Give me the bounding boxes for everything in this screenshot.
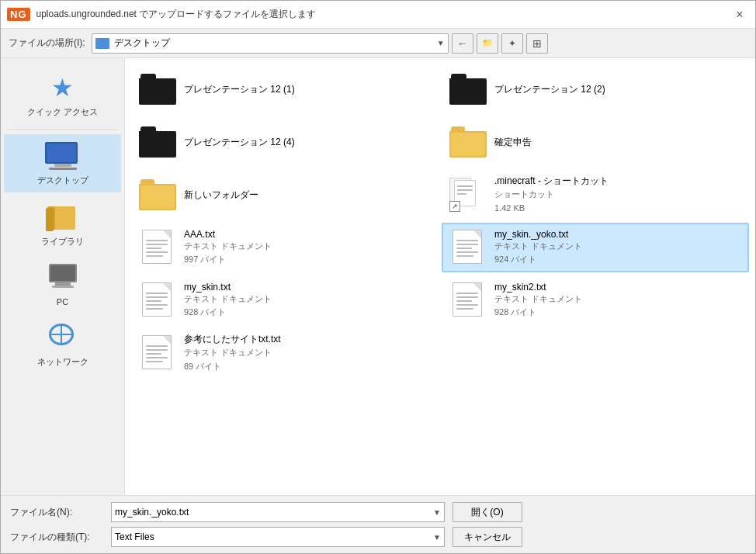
file-meta-11: テキスト ドキュメント 89 バイト: [184, 346, 432, 373]
file-info-4: 確定申告: [494, 136, 743, 149]
file-name-1: プレゼンテーション 12 (1): [184, 83, 432, 96]
file-info-9: my_skin.txt テキスト ドキュメント 928 バイト: [184, 282, 432, 320]
filename-value: my_skin._yoko.txt: [115, 507, 433, 518]
file-meta-10: テキスト ドキュメント 928 バイト: [494, 293, 743, 320]
file-name-10: my_skin2.txt: [494, 282, 743, 293]
sidebar-item-desktop[interactable]: デスクトップ: [4, 134, 121, 192]
views-icon: ⊞: [532, 37, 542, 50]
file-item-6[interactable]: ↗ .minecraft - ショートカット ショートカット 1.42 KB: [442, 170, 749, 220]
file-dialog: NG uploads.ungrounded.net でアップロードするファイルを…: [0, 0, 756, 554]
sidebar-item-quick-access-label: クイック アクセス: [27, 106, 98, 118]
file-name-11: 参考にしたサイトtxt.txt: [184, 333, 432, 346]
network-globe-shape: [49, 324, 74, 345]
file-icon-1: [137, 69, 178, 109]
file-icon-4: [448, 122, 488, 162]
dialog-title: uploads.ungrounded.net でアップロードするファイルを選択し…: [36, 8, 731, 21]
file-item-11[interactable]: 参考にしたサイトtxt.txt テキスト ドキュメント 89 バイト: [131, 328, 439, 378]
file-name-4: 確定申告: [494, 136, 743, 149]
sidebar-item-desktop-label: デスクトップ: [37, 175, 88, 186]
file-item-4[interactable]: 確定申告: [442, 117, 749, 167]
file-meta-6: ショートカット 1.42 KB: [494, 188, 743, 215]
file-icon-5: [137, 175, 178, 215]
file-name-5: 新しいフォルダー: [184, 189, 432, 202]
filetype-label: ファイルの種類(T):: [10, 531, 111, 544]
new-folder-button[interactable]: ✦: [501, 33, 523, 54]
filetype-row: ファイルの種類(T): Text Files ▼ キャンセル: [10, 527, 746, 547]
file-item-9[interactable]: my_skin.txt テキスト ドキュメント 928 バイト: [131, 275, 439, 325]
filename-input[interactable]: my_skin._yoko.txt ▼: [111, 502, 445, 522]
file-name-3: プレゼンテーション 12 (4): [184, 136, 432, 149]
file-icon-3: [137, 122, 178, 162]
library-icon: [44, 202, 81, 233]
location-combobox[interactable]: デスクトップ ▼: [92, 33, 449, 54]
file-info-2: プレゼンテーション 12 (2): [494, 83, 743, 96]
filetype-input[interactable]: Text Files ▼: [111, 527, 445, 547]
file-name-7: AAA.txt: [184, 229, 432, 240]
file-info-3: プレゼンテーション 12 (4): [184, 136, 432, 149]
location-value: デスクトップ: [114, 36, 434, 50]
sidebar-item-network-label: ネットワーク: [37, 356, 88, 368]
up-folder-button[interactable]: 📁: [477, 33, 498, 54]
file-info-10: my_skin2.txt テキスト ドキュメント 928 バイト: [494, 282, 743, 320]
file-info-7: AAA.txt テキスト ドキュメント 997 バイト: [184, 229, 432, 267]
open-button[interactable]: 開く(O): [453, 502, 522, 522]
file-icon-6: ↗: [448, 175, 488, 215]
filename-label: ファイル名(N):: [10, 506, 111, 519]
desktop-icon: [44, 140, 81, 171]
file-icon-10: [448, 280, 488, 320]
file-item-3[interactable]: プレゼンテーション 12 (4): [131, 117, 439, 167]
sidebar-divider-1: [7, 129, 118, 130]
file-item-8[interactable]: my_skin._yoko.txt テキスト ドキュメント 924 バイト: [442, 223, 749, 272]
sidebar-item-pc[interactable]: PC: [4, 257, 121, 313]
location-dropdown-arrow: ▼: [437, 39, 445, 47]
file-item-1[interactable]: プレゼンテーション 12 (1): [131, 64, 439, 114]
sidebar-item-pc-label: PC: [57, 297, 68, 306]
shortcut-arrow-icon: ↗: [449, 201, 460, 212]
file-name-8: my_skin._yoko.txt: [494, 229, 743, 240]
file-meta-9: テキスト ドキュメント 928 バイト: [184, 293, 432, 320]
file-item-10[interactable]: my_skin2.txt テキスト ドキュメント 928 バイト: [442, 275, 749, 325]
cancel-button[interactable]: キャンセル: [453, 527, 522, 547]
back-button[interactable]: ←: [452, 33, 473, 54]
sidebar-item-quick-access[interactable]: ★ クイック アクセス: [4, 66, 121, 124]
pc-icon: [44, 263, 81, 294]
toolbar: ファイルの場所(I): デスクトップ ▼ ← 📁 ✦ ⊞: [1, 29, 755, 58]
file-name-9: my_skin.txt: [184, 282, 432, 293]
file-meta-7: テキスト ドキュメント 997 バイト: [184, 240, 432, 267]
file-item-7[interactable]: AAA.txt テキスト ドキュメント 997 バイト: [131, 223, 439, 272]
file-name-6: .minecraft - ショートカット: [494, 175, 743, 188]
file-icon-2: [448, 69, 488, 109]
location-folder-icon: [95, 38, 109, 49]
filename-row: ファイル名(N): my_skin._yoko.txt ▼ 開く(O): [10, 502, 746, 522]
new-folder-icon: ✦: [508, 38, 516, 49]
quick-access-icon: ★: [44, 72, 81, 103]
sidebar-item-library-label: ライブラリ: [41, 236, 84, 248]
sidebar-item-library[interactable]: ライブラリ: [4, 196, 121, 254]
file-item-2[interactable]: プレゼンテーション 12 (2): [442, 64, 749, 114]
file-view: プレゼンテーション 12 (1) プレゼンテーション 12 (2): [125, 58, 755, 495]
back-icon: ←: [457, 37, 468, 50]
location-label: ファイルの場所(I):: [9, 36, 85, 50]
file-icon-9: [137, 280, 178, 320]
file-item-5[interactable]: 新しいフォルダー: [131, 170, 439, 220]
main-content: ★ クイック アクセス デスクトップ: [1, 58, 755, 495]
file-name-2: プレゼンテーション 12 (2): [494, 83, 743, 96]
close-button[interactable]: ×: [730, 5, 749, 24]
up-icon: 📁: [482, 38, 493, 48]
sidebar-item-network[interactable]: ネットワーク: [4, 316, 121, 374]
app-logo: NG: [7, 8, 30, 21]
views-button[interactable]: ⊞: [526, 33, 548, 54]
file-info-5: 新しいフォルダー: [184, 189, 432, 202]
filename-dropdown-arrow: ▼: [433, 508, 441, 517]
file-info-1: プレゼンテーション 12 (1): [184, 83, 432, 96]
file-info-11: 参考にしたサイトtxt.txt テキスト ドキュメント 89 バイト: [184, 333, 432, 373]
filetype-value: Text Files: [115, 531, 433, 542]
file-icon-8: [448, 227, 488, 268]
sidebar: ★ クイック アクセス デスクトップ: [1, 58, 125, 495]
filetype-dropdown-arrow: ▼: [433, 533, 441, 542]
file-info-6: .minecraft - ショートカット ショートカット 1.42 KB: [494, 175, 743, 215]
file-icon-7: [137, 227, 178, 268]
title-bar: NG uploads.ungrounded.net でアップロードするファイルを…: [1, 1, 755, 29]
bottom-bar: ファイル名(N): my_skin._yoko.txt ▼ 開く(O) ファイル…: [1, 495, 755, 553]
file-info-8: my_skin._yoko.txt テキスト ドキュメント 924 バイト: [494, 229, 743, 267]
